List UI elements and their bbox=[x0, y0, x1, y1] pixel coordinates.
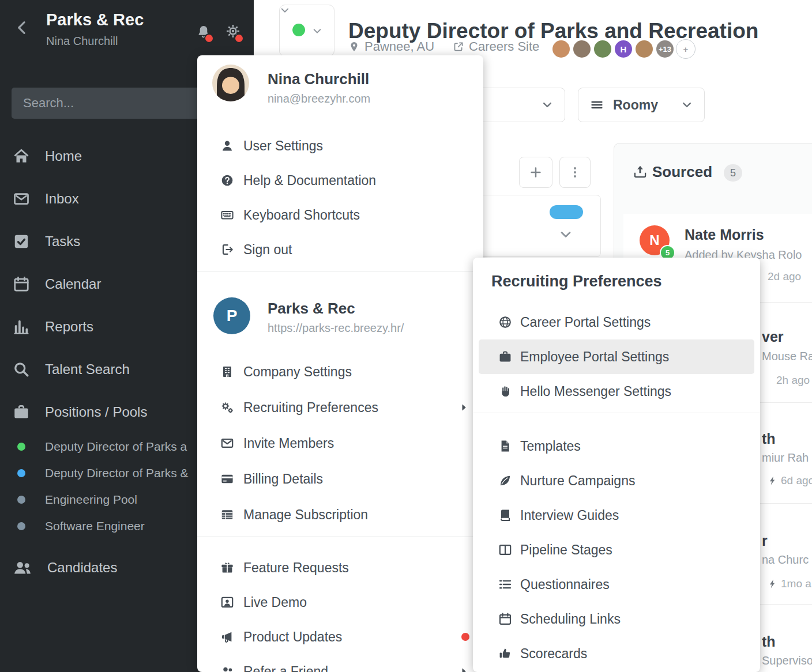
position-status-dot bbox=[17, 443, 25, 451]
search-icon bbox=[13, 361, 30, 378]
chevron-left-icon bbox=[14, 20, 30, 36]
menu-item-product-updates[interactable]: Product Updates bbox=[197, 620, 483, 654]
menu-item-recruiting-preferences[interactable]: Recruiting Preferences bbox=[197, 390, 483, 425]
candidate-meta-fragment: na Churc bbox=[762, 553, 809, 567]
briefcase-icon bbox=[13, 403, 30, 421]
menu-item-live-demo[interactable]: Live Demo bbox=[197, 585, 483, 620]
submenu-item-scorecards[interactable]: Scorecards bbox=[473, 636, 760, 671]
stage-count-pill bbox=[550, 205, 583, 219]
globe-icon bbox=[498, 315, 512, 329]
thumbs-up-icon bbox=[498, 647, 512, 660]
team-avatars: H +13 + bbox=[551, 39, 697, 59]
menu-item-sign-out[interactable]: Sign out bbox=[197, 232, 483, 267]
position-location: Pawnee, AU bbox=[364, 39, 434, 54]
bolt-icon bbox=[768, 475, 778, 486]
user-menu-header: Nina Churchill nina@breezyhr.com bbox=[197, 55, 483, 129]
submenu-item-nurture-campaigns[interactable]: Nurture Campaigns bbox=[473, 463, 760, 498]
company-menu-header: P Parks & Rec https://parks-rec.breezy.h… bbox=[197, 275, 483, 354]
menu-item-keyboard-shortcuts[interactable]: Keyboard Shortcuts bbox=[197, 198, 483, 232]
list-icon bbox=[498, 577, 512, 591]
notification-dot bbox=[234, 33, 244, 43]
columns-icon bbox=[498, 543, 512, 557]
company-avatar: P bbox=[213, 297, 250, 334]
submenu-item-questionnaires[interactable]: Questionnaires bbox=[473, 567, 760, 602]
view-selector-label: Roomy bbox=[613, 97, 658, 113]
file-icon bbox=[498, 439, 512, 453]
menu-item-feature-requests[interactable]: Feature Requests bbox=[197, 550, 483, 585]
leaf-icon bbox=[498, 474, 512, 488]
avatar[interactable] bbox=[593, 39, 612, 59]
caret-right-icon bbox=[458, 402, 469, 413]
chevron-down-icon bbox=[312, 26, 322, 36]
menu-item-company-settings[interactable]: Company Settings bbox=[197, 354, 483, 390]
megaphone-icon bbox=[220, 630, 234, 644]
avatar-overflow-badge[interactable]: +13 bbox=[655, 39, 675, 59]
menu-divider bbox=[197, 537, 483, 537]
add-candidate-button[interactable] bbox=[519, 157, 552, 188]
position-status-dot bbox=[17, 496, 25, 504]
settings-button[interactable] bbox=[225, 23, 241, 41]
menu-item-manage-subscription[interactable]: Manage Subscription bbox=[197, 497, 483, 533]
menu-item-user-settings[interactable]: User Settings bbox=[197, 129, 483, 163]
more-options-button[interactable] bbox=[559, 157, 591, 188]
candidates-icon bbox=[13, 558, 32, 577]
bolt-icon bbox=[768, 579, 778, 589]
sidebar-company-name: Parks & Rec bbox=[46, 10, 144, 29]
calendar-icon bbox=[498, 612, 512, 626]
table-list-icon bbox=[220, 508, 234, 522]
menu-item-help-documentation[interactable]: Help & Documentation bbox=[197, 163, 483, 198]
company-menu-url[interactable]: https://parks-rec.breezy.hr/ bbox=[268, 322, 404, 335]
menu-item-refer-a-friend[interactable]: Refer a Friend bbox=[197, 654, 483, 672]
user-avatar-photo bbox=[212, 65, 249, 101]
briefcase-icon bbox=[498, 350, 512, 364]
avatar[interactable] bbox=[634, 39, 654, 59]
submenu-item-career-portal-settings[interactable]: Career Portal Settings bbox=[473, 305, 760, 339]
careers-site-link[interactable]: Careers Site bbox=[469, 39, 539, 54]
back-button[interactable] bbox=[14, 20, 30, 38]
help-icon bbox=[220, 173, 234, 187]
candidate-meta-fragment: Mouse Ra bbox=[762, 350, 812, 363]
keyboard-icon bbox=[220, 208, 234, 222]
menu-item-billing-details[interactable]: Billing Details bbox=[197, 461, 483, 497]
submenu-title: Recruiting Preferences bbox=[473, 258, 760, 305]
avatar[interactable]: H bbox=[614, 39, 633, 59]
menu-item-invite-members[interactable]: Invite Members bbox=[197, 425, 483, 461]
candidate-time: 6d ago bbox=[768, 474, 812, 487]
chevron-down-icon bbox=[542, 99, 553, 111]
notifications-button[interactable] bbox=[196, 24, 211, 41]
reports-icon bbox=[13, 318, 30, 335]
submenu-item-templates[interactable]: Templates bbox=[473, 429, 760, 463]
menu-divider bbox=[197, 271, 483, 271]
menu-divider bbox=[473, 413, 760, 413]
home-icon bbox=[13, 148, 30, 165]
submenu-item-interview-guides[interactable]: Interview Guides bbox=[473, 498, 760, 533]
submenu-item-hello-messenger-settings[interactable]: Hello Messenger Settings bbox=[473, 374, 760, 409]
user-avatar bbox=[212, 65, 249, 101]
position-meta: Pawnee, AU Careers Site bbox=[348, 39, 539, 54]
submenu-item-pipeline-stages[interactable]: Pipeline Stages bbox=[473, 533, 760, 567]
submenu-item-scheduling-links[interactable]: Scheduling Links bbox=[473, 602, 760, 636]
avatar[interactable] bbox=[572, 39, 592, 59]
user-dropdown-menu: Nina Churchill nina@breezyhr.com User Se… bbox=[197, 55, 483, 672]
caret-right-icon bbox=[458, 666, 469, 672]
hamburger-icon bbox=[590, 98, 604, 112]
candidate-name: Nate Morris bbox=[685, 226, 764, 243]
tasks-icon bbox=[13, 233, 30, 250]
chevron-down-icon[interactable] bbox=[559, 228, 573, 241]
company-menu-name: Parks & Rec bbox=[268, 300, 355, 318]
building-icon bbox=[220, 365, 234, 379]
position-status-dot bbox=[17, 469, 25, 477]
candidate-meta-fragment: miur Rah bbox=[762, 451, 809, 465]
book-icon bbox=[498, 508, 512, 522]
view-selector-dropdown[interactable]: Roomy bbox=[578, 88, 705, 122]
inbox-icon bbox=[13, 190, 30, 207]
chevron-down-icon bbox=[280, 5, 290, 16]
position-status-dropdown[interactable] bbox=[279, 5, 334, 56]
sourced-column-title: Sourced bbox=[652, 163, 712, 181]
add-team-member-button[interactable]: + bbox=[676, 39, 696, 59]
submenu-item-employee-portal-settings[interactable]: Employee Portal Settings bbox=[479, 339, 754, 374]
app-screen: Parks & Rec Nina Churchill Home Inbox Ta… bbox=[0, 0, 812, 672]
avatar[interactable] bbox=[551, 39, 571, 59]
user-screen-icon bbox=[220, 595, 234, 609]
notification-dot bbox=[204, 33, 214, 43]
